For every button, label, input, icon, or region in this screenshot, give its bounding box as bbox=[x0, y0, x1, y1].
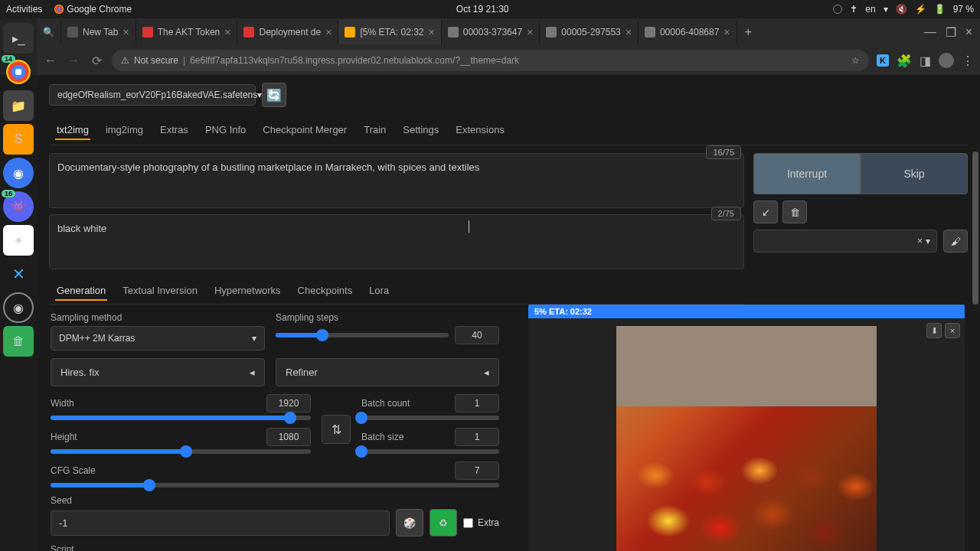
width-slider[interactable] bbox=[51, 416, 311, 420]
dock-slack[interactable]: ✴ bbox=[3, 225, 34, 256]
dock-editor[interactable]: S bbox=[3, 124, 34, 155]
dock-chrome[interactable]: 14 bbox=[3, 57, 34, 87]
close-icon[interactable]: × bbox=[527, 26, 533, 38]
activities-button[interactable]: Activities bbox=[6, 4, 42, 15]
subtab-checkpoints[interactable]: Checkpoints bbox=[296, 282, 354, 301]
accessibility-icon[interactable]: ✝ bbox=[850, 4, 858, 15]
refresh-checkpoint-button[interactable]: 🔄 bbox=[262, 83, 286, 107]
batch-size-value[interactable] bbox=[455, 428, 499, 446]
tab-checkpoint-merger[interactable]: Checkpoint Merger bbox=[261, 121, 348, 140]
height-slider[interactable] bbox=[51, 449, 311, 454]
tab-train[interactable]: Train bbox=[362, 121, 387, 140]
dock-files[interactable]: 📁 bbox=[3, 90, 34, 121]
paste-button[interactable]: ↙ bbox=[753, 201, 778, 223]
dock-app[interactable]: ✕ bbox=[3, 259, 34, 289]
cfg-slider[interactable] bbox=[51, 483, 499, 487]
interrupt-button[interactable]: Interrupt bbox=[753, 153, 861, 194]
clear-button[interactable]: 🗑 bbox=[782, 201, 807, 223]
clock[interactable]: Oct 19 21:30 bbox=[132, 4, 833, 15]
styles-select[interactable]: ×▾ bbox=[753, 230, 937, 253]
reuse-seed-button[interactable]: ♻ bbox=[430, 509, 457, 536]
star-icon[interactable]: ☆ bbox=[851, 55, 860, 66]
address-bar[interactable]: ⚠ Not secure | 6e6lftf7apfa113vkqlsn7ru5… bbox=[112, 50, 869, 71]
subtab-lora[interactable]: Lora bbox=[368, 282, 390, 301]
tab-extras[interactable]: Extras bbox=[158, 121, 190, 140]
swap-dimensions-button[interactable]: ⇅ bbox=[322, 415, 351, 444]
extensions-icon[interactable]: 🧩 bbox=[897, 54, 912, 68]
height-label: Height bbox=[51, 432, 77, 442]
sampling-steps-value[interactable] bbox=[455, 326, 499, 344]
download-icon[interactable]: ⬇ bbox=[926, 323, 942, 338]
scrollbar[interactable] bbox=[972, 152, 978, 305]
skip-button[interactable]: Skip bbox=[861, 153, 968, 194]
wifi-icon[interactable]: ▾ bbox=[884, 4, 888, 15]
hiresfix-collapse[interactable]: Hires. fix◂ bbox=[51, 358, 265, 386]
width-value[interactable] bbox=[266, 394, 311, 412]
close-window-icon[interactable]: × bbox=[965, 25, 972, 40]
batch-count-slider[interactable] bbox=[361, 416, 499, 420]
sampling-method-select[interactable]: DPM++ 2M Karras▾ bbox=[51, 326, 265, 350]
refresh-icon: 🔄 bbox=[266, 88, 282, 103]
random-seed-button[interactable]: 🎲 bbox=[396, 509, 423, 536]
clear-icon[interactable]: × bbox=[917, 236, 923, 246]
menu-icon[interactable]: ⋮ bbox=[962, 54, 974, 68]
new-tab-button[interactable]: + bbox=[737, 25, 760, 39]
dock-discord[interactable]: 👾16 bbox=[3, 191, 34, 222]
close-icon[interactable]: × bbox=[724, 26, 730, 38]
batch-count-value[interactable] bbox=[455, 394, 499, 412]
text-cursor bbox=[469, 220, 469, 233]
seed-input[interactable] bbox=[51, 510, 390, 536]
close-icon[interactable]: × bbox=[626, 26, 632, 38]
dock-trash[interactable]: 🗑 bbox=[3, 326, 34, 357]
browser-tab[interactable]: New Tab× bbox=[61, 20, 136, 44]
swap-icon: ⇅ bbox=[332, 422, 341, 437]
tab-search[interactable]: 🔍 bbox=[37, 20, 61, 44]
minimize-icon[interactable]: — bbox=[924, 25, 936, 40]
extension-icon[interactable]: K bbox=[877, 54, 889, 67]
refiner-collapse[interactable]: Refiner◂ bbox=[276, 358, 499, 386]
tab-extensions[interactable]: Extensions bbox=[454, 121, 506, 140]
browser-tab[interactable]: 00005-297553× bbox=[540, 20, 639, 44]
subtab-generation[interactable]: Generation bbox=[55, 282, 107, 301]
apply-styles-button[interactable]: 🖌 bbox=[943, 230, 968, 253]
back-icon[interactable]: ← bbox=[43, 54, 58, 67]
browser-tab[interactable]: 00003-373647× bbox=[442, 20, 541, 44]
close-icon[interactable]: × bbox=[224, 26, 230, 38]
indicator-icon[interactable] bbox=[833, 5, 842, 14]
browser-tab[interactable]: 00006-408687× bbox=[639, 20, 737, 44]
volume-icon[interactable]: 🔇 bbox=[896, 4, 907, 15]
restore-icon[interactable]: ❐ bbox=[946, 25, 956, 40]
dock-signal[interactable]: ◉ bbox=[3, 158, 34, 188]
dock-obs[interactable]: ◉ bbox=[3, 292, 34, 323]
power-icon[interactable]: ⚡ bbox=[915, 4, 926, 15]
batch-size-slider[interactable] bbox=[361, 449, 499, 454]
sampling-steps-slider[interactable] bbox=[276, 333, 449, 337]
subtab-hypernetworks[interactable]: Hypernetworks bbox=[213, 282, 283, 301]
browser-tab[interactable]: Deployment de× bbox=[237, 20, 338, 44]
checkpoint-select[interactable]: edgeOfRealism_eorV20Fp16BakedVAE.safeten… bbox=[49, 84, 256, 106]
profile-icon[interactable] bbox=[939, 53, 954, 68]
dock-terminal[interactable]: ▸_ bbox=[3, 23, 34, 54]
tab-pnginfo[interactable]: PNG Info bbox=[204, 121, 247, 140]
negative-prompt-input[interactable]: black white bbox=[49, 214, 744, 269]
reload-icon[interactable]: ⟳ bbox=[89, 54, 104, 68]
close-icon[interactable]: × bbox=[429, 26, 435, 38]
output-image[interactable] bbox=[616, 326, 877, 551]
height-value[interactable] bbox=[266, 428, 311, 446]
close-preview-icon[interactable]: × bbox=[945, 323, 960, 338]
browser-tab[interactable]: [5% ETA: 02:32× bbox=[338, 20, 441, 44]
tab-img2img[interactable]: img2img bbox=[104, 121, 145, 140]
forward-icon[interactable]: → bbox=[66, 54, 81, 67]
prompt-input[interactable]: Documentary-style photography of a bustl… bbox=[49, 153, 744, 208]
subtab-textual-inversion[interactable]: Textual Inversion bbox=[121, 282, 199, 301]
tab-txt2img[interactable]: txt2img bbox=[55, 121, 90, 140]
battery-icon[interactable]: 🔋 bbox=[934, 4, 946, 15]
lang-indicator[interactable]: en bbox=[865, 4, 875, 15]
browser-tab[interactable]: The AKT Token× bbox=[136, 20, 238, 44]
close-icon[interactable]: × bbox=[122, 26, 129, 38]
sidepanel-icon[interactable]: ◨ bbox=[920, 54, 931, 68]
extra-checkbox[interactable]: Extra bbox=[463, 517, 499, 528]
close-icon[interactable]: × bbox=[325, 26, 332, 38]
tab-settings[interactable]: Settings bbox=[401, 121, 440, 140]
cfg-value[interactable] bbox=[455, 461, 499, 480]
